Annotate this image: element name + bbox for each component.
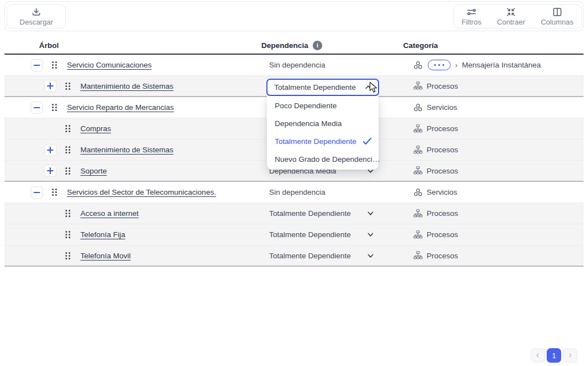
download-button-label: Descargar (20, 18, 53, 26)
dropdown-option-label: Poco Dependiente (275, 102, 337, 110)
toolbar-right-group: Filtros Contraer Columnas (453, 4, 582, 28)
category-label: Procesos (427, 124, 458, 133)
check-icon (362, 137, 372, 145)
processes-category-icon (413, 251, 423, 260)
tree-item-link[interactable]: Servicio Comunicaciones (67, 61, 152, 69)
collapse-icon (506, 7, 516, 17)
category-label: Procesos (427, 230, 458, 239)
dropdown-option-label: Dependencia Media (275, 119, 342, 128)
info-icon[interactable] (313, 41, 322, 50)
drag-handle-icon[interactable] (51, 61, 58, 69)
breadcrumb-ellipsis-button[interactable] (428, 60, 451, 70)
pagination-page-button[interactable]: 1 (547, 348, 561, 363)
table-row: Acceso a internet Totalmente Dependiente… (4, 203, 584, 224)
filters-button-label: Filtros (462, 18, 481, 26)
chevron-down-icon (366, 230, 375, 239)
column-header-categoria: Categoría (393, 41, 584, 50)
services-category-icon (413, 188, 423, 197)
collapse-button-label: Contraer (497, 18, 525, 26)
collapse-row-button[interactable] (31, 186, 43, 199)
dependency-select[interactable]: Totalmente Dependiente (261, 209, 375, 218)
dependency-value: Totalmente Dependiente (269, 230, 351, 239)
drag-handle-icon[interactable] (65, 124, 71, 133)
table-row: Servicios del Sector de Telecomunicacion… (4, 182, 584, 203)
processes-category-icon (413, 166, 423, 175)
chevron-up-icon (364, 83, 372, 92)
download-button[interactable]: Descargar (7, 4, 66, 28)
category-label: Servicios (427, 188, 457, 196)
dependency-value: Sin dependencia (269, 61, 326, 69)
processes-category-icon (413, 209, 423, 218)
category-label: Procesos (427, 209, 458, 218)
download-icon (31, 7, 41, 17)
services-category-icon (413, 61, 423, 70)
toolbar: Descargar Filtros Contraer (4, 1, 584, 31)
ellipsis-icon (433, 64, 445, 66)
processes-category-icon (413, 81, 423, 90)
tree-item-link[interactable]: Telefonía Fija (80, 230, 125, 239)
tree-item-link[interactable]: Acceso a internet (80, 209, 138, 218)
pagination: 1 (530, 348, 577, 363)
table-row: Telefonía Movil Totalmente Dependiente P… (4, 245, 584, 267)
drag-handle-icon[interactable] (65, 230, 71, 239)
chevron-down-icon (366, 252, 375, 260)
dependency-value: Sin dependencia (269, 188, 326, 196)
dependency-value: Totalmente Dependiente (269, 209, 351, 218)
dropdown-option[interactable]: Poco Dependiente (267, 97, 379, 114)
table-header-row: Árbol Dependencia Categoría (4, 37, 584, 55)
tree-item-link[interactable]: Telefonía Movil (80, 252, 131, 260)
category-label: Procesos (427, 252, 458, 260)
processes-category-icon (413, 124, 423, 133)
drag-handle-icon[interactable] (65, 167, 71, 175)
pagination-next-button[interactable] (563, 348, 577, 363)
dropdown-option-selected[interactable]: Totalmente Dependiente (267, 132, 379, 150)
drag-handle-icon[interactable] (51, 188, 58, 196)
services-category-icon (413, 103, 423, 112)
dependency-value: Totalmente Dependiente (269, 252, 351, 260)
drag-handle-icon[interactable] (65, 209, 71, 218)
dependency-select-value: Totalmente Dependiente (274, 83, 356, 92)
processes-category-icon (413, 230, 423, 239)
category-label: Procesos (427, 82, 458, 90)
tree-item-link[interactable]: Compras (80, 124, 111, 133)
tree-item-link[interactable]: Mantenimiento de Sistemas (80, 82, 174, 90)
chevron-right-icon (567, 352, 573, 359)
drag-handle-icon[interactable] (51, 103, 58, 112)
expand-row-button[interactable] (44, 165, 56, 177)
chevron-left-icon (534, 352, 541, 359)
chevron-down-icon (366, 209, 375, 218)
drag-handle-icon[interactable] (65, 82, 71, 90)
column-header-arbol: Árbol (4, 41, 261, 50)
processes-category-icon (413, 146, 423, 155)
table-row: Servicio Comunicaciones Sin dependencia … (4, 55, 584, 76)
drag-handle-icon[interactable] (65, 252, 71, 260)
dependency-select-open[interactable]: Totalmente Dependiente (266, 79, 379, 96)
category-label: Mensajería Instantánea (462, 61, 541, 69)
tree-item-link[interactable]: Mantenimiento de Sistemas (80, 146, 174, 154)
dependency-dropdown: Poco Dependiente Dependencia Media Total… (267, 96, 379, 170)
tree-item-link[interactable]: Soporte (80, 167, 107, 175)
filters-button[interactable]: Filtros (454, 5, 489, 28)
dropdown-option[interactable]: Dependencia Media (267, 114, 379, 132)
breadcrumb-separator: › (455, 61, 457, 69)
dependency-select[interactable]: Totalmente Dependiente (261, 252, 375, 260)
collapse-row-button[interactable] (31, 59, 43, 71)
columns-button-label: Columnas (541, 18, 573, 26)
columns-button[interactable]: Columnas (533, 5, 581, 28)
dropdown-option[interactable]: Nuevo Grado de Dependenci… (267, 150, 379, 168)
drag-handle-icon[interactable] (65, 146, 71, 154)
expand-row-button[interactable] (44, 80, 56, 92)
tree-item-link[interactable]: Servicio Reparto de Mercancias (67, 103, 174, 112)
columns-icon (552, 7, 562, 17)
tree-item-link[interactable]: Servicios del Sector de Telecomunicacion… (67, 188, 216, 196)
pagination-prev-button[interactable] (530, 348, 545, 363)
expand-row-button[interactable] (44, 144, 56, 156)
dropdown-option-label: Totalmente Dependiente (275, 137, 356, 146)
column-header-dependencia: Dependencia (261, 41, 308, 50)
collapse-button[interactable]: Contraer (489, 5, 533, 28)
table-row: Telefonía Fija Totalmente Dependiente Pr… (4, 224, 584, 245)
collapse-row-button[interactable] (31, 102, 43, 114)
dropdown-option-label: Nuevo Grado de Dependenci… (275, 155, 380, 163)
dependency-select[interactable]: Totalmente Dependiente (261, 230, 375, 239)
filters-icon (466, 7, 477, 17)
